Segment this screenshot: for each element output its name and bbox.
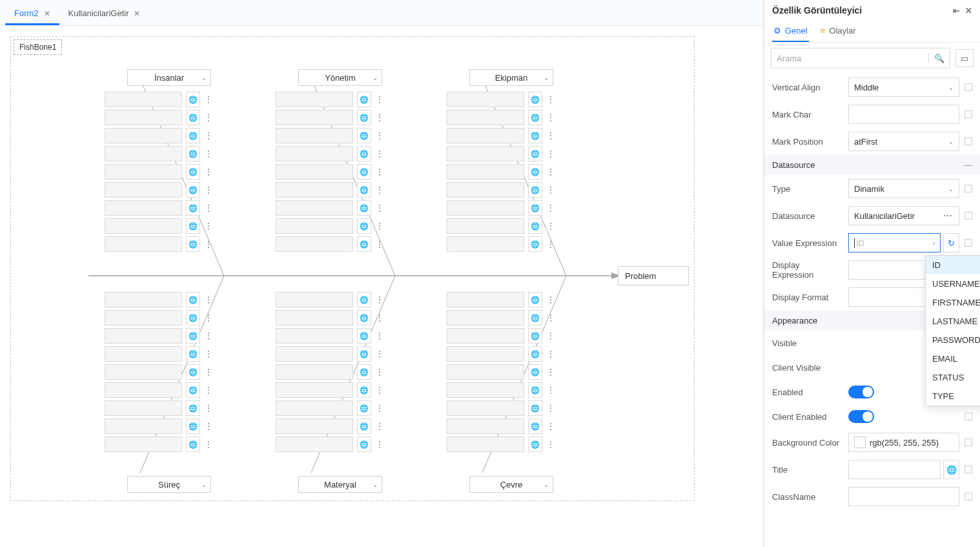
more-icon[interactable]: ⋮ — [204, 222, 212, 231]
more-icon[interactable]: ⋮ — [546, 203, 554, 212]
background-color-input[interactable]: rgb(255, 255, 255) — [848, 433, 959, 452]
cause-row[interactable]: 🌐⋮ — [105, 364, 212, 380]
more-icon[interactable]: ⋮ — [375, 185, 383, 194]
more-icon[interactable]: ⋮ — [546, 295, 554, 304]
cause-input[interactable] — [276, 292, 353, 307]
dropdown-option[interactable]: PASSWORD — [926, 331, 980, 349]
cause-row[interactable]: 🌐⋮ — [276, 382, 383, 398]
translate-icon[interactable]: 🌐 — [186, 364, 200, 380]
translate-icon[interactable]: 🌐 — [528, 310, 542, 325]
cause-input[interactable] — [447, 146, 524, 161]
cause-row[interactable]: 🌐⋮ — [105, 236, 212, 252]
cause-row[interactable]: 🌐⋮ — [447, 146, 554, 161]
marker[interactable] — [965, 439, 972, 446]
cause-row[interactable]: 🌐⋮ — [105, 310, 212, 325]
cause-row[interactable]: 🌐⋮ — [447, 382, 554, 398]
cause-row[interactable]: 🌐⋮ — [447, 200, 554, 216]
translate-icon[interactable]: 🌐 — [357, 236, 371, 252]
cause-row[interactable]: 🌐⋮ — [276, 400, 383, 416]
cause-row[interactable]: 🌐⋮ — [105, 146, 212, 161]
problem-box[interactable]: Problem — [618, 266, 689, 285]
dropdown-option[interactable]: EMAIL — [926, 349, 980, 368]
cause-input[interactable] — [447, 328, 524, 344]
cause-input[interactable] — [105, 364, 182, 380]
more-icon[interactable]: ⋮ — [546, 404, 554, 413]
more-icon[interactable]: ⋮ — [204, 203, 212, 212]
more-icon[interactable]: ⋮ — [204, 404, 212, 413]
more-icon[interactable]: ⋮ — [546, 222, 554, 231]
marker[interactable] — [965, 83, 972, 91]
cause-input[interactable] — [105, 92, 182, 107]
cause-row[interactable]: 🌐⋮ — [105, 328, 212, 344]
translate-icon[interactable]: 🌐 — [528, 364, 542, 380]
more-icon[interactable]: ⋮ — [375, 131, 383, 140]
cause-row[interactable]: 🌐⋮ — [105, 292, 212, 307]
cause-input[interactable] — [105, 110, 182, 125]
cause-input[interactable] — [276, 236, 353, 252]
more-icon[interactable]: ⋮ — [375, 331, 383, 340]
more-icon[interactable]: ⋮ — [375, 95, 383, 104]
more-icon[interactable]: ⋮ — [204, 386, 212, 395]
tab-events[interactable]: ≡Olaylar — [819, 21, 857, 42]
cause-input[interactable] — [447, 310, 524, 325]
cause-input[interactable] — [105, 164, 182, 180]
dropdown-option[interactable]: USERNAME — [926, 274, 980, 293]
cause-input[interactable] — [276, 437, 353, 452]
translate-icon[interactable]: 🌐 — [186, 236, 200, 252]
translate-icon[interactable]: 🌐 — [357, 418, 371, 434]
cause-input[interactable] — [447, 418, 524, 434]
marker[interactable] — [965, 110, 972, 118]
cause-row[interactable]: 🌐⋮ — [276, 437, 383, 452]
more-icon[interactable]: ⋮ — [375, 440, 383, 449]
more-icon[interactable]: ⋮ — [375, 240, 383, 249]
cause-input[interactable] — [447, 218, 524, 234]
cause-row[interactable]: 🌐⋮ — [447, 346, 554, 362]
more-icon[interactable]: ⋮ — [375, 203, 383, 212]
more-icon[interactable]: ⋮ — [204, 95, 212, 104]
cause-input[interactable] — [105, 146, 182, 161]
cause-row[interactable]: 🌐⋮ — [276, 418, 383, 434]
cause-input[interactable] — [276, 418, 353, 434]
cause-row[interactable]: 🌐⋮ — [105, 218, 212, 234]
cause-input[interactable] — [105, 236, 182, 252]
more-icon[interactable]: ⋮ — [204, 313, 212, 322]
translate-icon[interactable]: 🌐 — [528, 182, 542, 198]
cause-row[interactable]: 🌐⋮ — [105, 110, 212, 125]
cause-input[interactable] — [276, 128, 353, 143]
more-icon[interactable]: ⋮ — [375, 349, 383, 358]
cause-row[interactable]: 🌐⋮ — [276, 328, 383, 344]
tab-general[interactable]: ⚙Genel — [772, 21, 809, 42]
cause-input[interactable] — [447, 236, 524, 252]
cause-input[interactable] — [447, 200, 524, 216]
cause-row[interactable]: 🌐⋮ — [105, 182, 212, 198]
category-box[interactable]: İnsanlar⌄ — [127, 69, 211, 86]
more-icon[interactable]: ⋮ — [546, 440, 554, 449]
translate-icon[interactable]: 🌐 — [528, 146, 542, 161]
cause-row[interactable]: 🌐⋮ — [276, 292, 383, 307]
cause-row[interactable]: 🌐⋮ — [276, 346, 383, 362]
form-canvas[interactable]: FishBone1 İnsanlar⌄ Yönetim⌄ Ekipman⌄ Sü… — [10, 36, 695, 501]
translate-icon[interactable]: 🌐 — [357, 382, 371, 398]
cause-input[interactable] — [105, 182, 182, 198]
more-icon[interactable]: ⋮ — [204, 113, 212, 122]
client-enabled-toggle[interactable] — [848, 410, 874, 423]
cause-input[interactable] — [276, 328, 353, 344]
cause-row[interactable]: 🌐⋮ — [447, 400, 554, 416]
more-icon[interactable]: ⋮ — [546, 349, 554, 358]
category-box[interactable]: Çevre⌄ — [469, 476, 553, 493]
cause-row[interactable]: 🌐⋮ — [105, 164, 212, 180]
cause-input[interactable] — [276, 200, 353, 216]
cause-input[interactable] — [447, 382, 524, 398]
translate-icon[interactable]: 🌐 — [357, 437, 371, 452]
cause-input[interactable] — [447, 292, 524, 307]
vertical-align-select[interactable]: Middle⌄ — [848, 77, 959, 97]
dropdown-option[interactable]: STATUS — [926, 368, 980, 387]
translate-icon[interactable]: 🌐 — [186, 200, 200, 216]
cause-input[interactable] — [447, 92, 524, 107]
translate-icon[interactable]: 🌐 — [528, 110, 542, 125]
cause-input[interactable] — [447, 400, 524, 416]
group-datasource[interactable]: Datasource— — [764, 155, 980, 175]
cause-input[interactable] — [447, 182, 524, 198]
cause-row[interactable]: 🌐⋮ — [447, 437, 554, 452]
close-icon[interactable]: ✕ — [134, 9, 140, 18]
